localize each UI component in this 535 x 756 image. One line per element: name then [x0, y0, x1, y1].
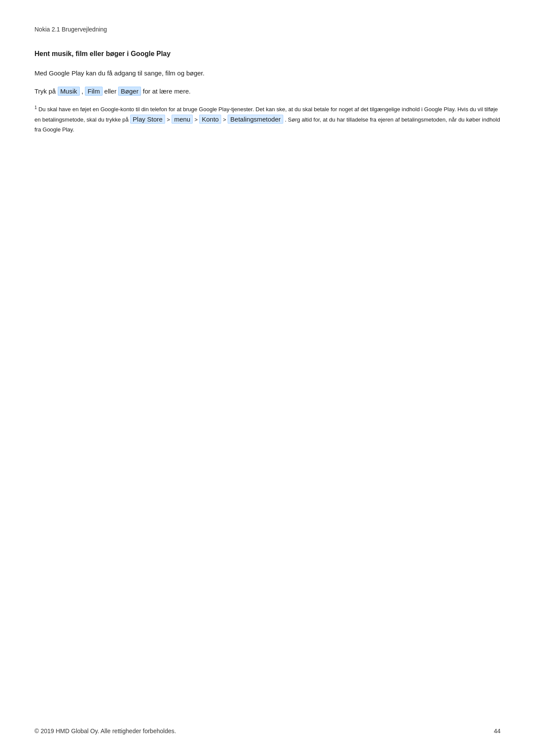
section-title: Hent musik, film eller bøger i Google Pl…	[34, 50, 501, 58]
paragraph-2: Tryk på Musik , Film eller Bøger for at …	[34, 86, 501, 97]
tag-menu: menu	[172, 115, 193, 124]
paragraph-2-mid2: eller	[103, 87, 119, 95]
tag-playstore: Play Store	[130, 115, 165, 124]
paragraph-2-mid1: ,	[80, 87, 85, 95]
paragraph-2-prefix: Tryk på	[34, 87, 58, 95]
paragraph-2-suffix: for at lære mere.	[141, 87, 191, 95]
page-header: Nokia 2.1 Brugervejledning	[34, 26, 501, 33]
tag-film: Film	[85, 87, 102, 96]
footnote-arrow2: >	[193, 116, 199, 123]
footnote-arrow3: >	[221, 116, 228, 123]
header-title: Nokia 2.1 Brugervejledning	[34, 26, 107, 33]
footer-copyright: © 2019 HMD Global Oy. Alle rettigheder f…	[34, 728, 176, 734]
page: Nokia 2.1 Brugervejledning Hent musik, f…	[0, 0, 535, 756]
tag-boger: Bøger	[118, 87, 141, 96]
footnote-section: 1 Du skal have en føjet en Google-konto …	[34, 104, 501, 134]
paragraph-1-text: Med Google Play kan du få adgang til san…	[34, 69, 204, 77]
page-footer: © 2019 HMD Global Oy. Alle rettigheder f…	[34, 728, 501, 734]
tag-musik: Musik	[58, 87, 80, 96]
footnote-text: 1 Du skal have en føjet en Google-konto …	[34, 104, 501, 134]
paragraph-1: Med Google Play kan du få adgang til san…	[34, 68, 501, 78]
tag-konto: Konto	[199, 115, 221, 124]
tag-betalingsmetoder: Betalingsmetoder	[228, 115, 283, 124]
footer-page-number: 44	[494, 728, 501, 734]
footnote-arrow1: >	[165, 116, 172, 123]
